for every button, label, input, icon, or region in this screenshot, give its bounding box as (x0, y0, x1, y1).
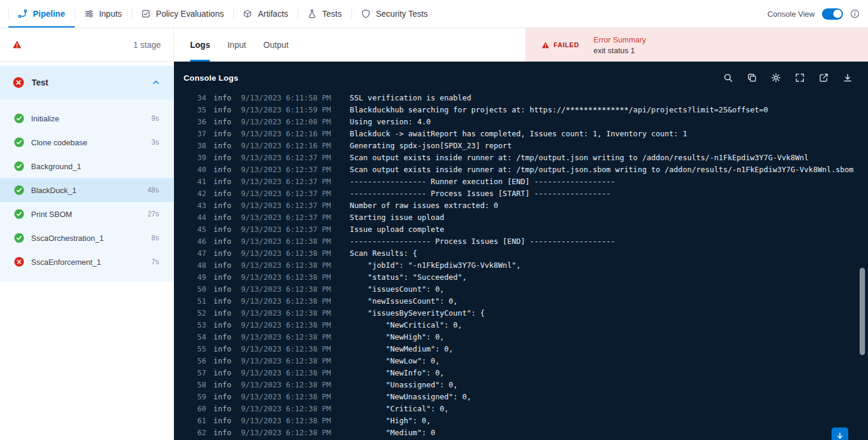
console-logs-panel: Console Logs (174, 62, 868, 440)
step-row[interactable]: SscaOrchestration_1 8s (0, 226, 173, 250)
log-message: "NewUnassigned": 0, (350, 391, 471, 403)
log-row: 48 info 9/13/2023 6:12:38 PM "jobId": "-… (192, 259, 868, 271)
log-tabs-row: Logs Input Output FAILED Error Summary e… (174, 28, 868, 62)
step-label: Initialize (31, 114, 59, 123)
log-row: 37 info 9/13/2023 6:12:16 PM Blackduck -… (192, 128, 868, 140)
step-row[interactable]: Initialize 9s (0, 106, 173, 130)
log-message: "High": 0, (350, 415, 430, 427)
warning-triangle-icon (542, 41, 549, 49)
download-icon[interactable] (843, 73, 852, 82)
step-row[interactable]: BlackDuck_1 48s (0, 178, 173, 202)
x-circle-icon (14, 257, 24, 267)
pipeline-icon (18, 9, 27, 19)
log-row: 52 info 9/13/2023 6:12:38 PM "issuesBySe… (192, 307, 868, 319)
log-level: info (213, 427, 234, 439)
log-message: "NewMedium": 0, (350, 343, 453, 355)
stage-group: Test Initialize 9s Clone codebase 3s (0, 66, 173, 282)
check-circle-icon (14, 114, 24, 123)
external-link-icon[interactable] (819, 73, 829, 82)
gear-icon[interactable] (771, 73, 781, 82)
log-timestamp: 9/13/2023 6:12:37 PM (241, 224, 344, 236)
log-message: Using version: 4.0 (350, 116, 430, 128)
log-row: 46 info 9/13/2023 6:12:38 PM -----------… (192, 236, 868, 248)
step-duration: 7s (151, 258, 159, 266)
check-circle-icon (14, 233, 24, 243)
log-row: 43 info 9/13/2023 6:12:37 PM Number of r… (192, 200, 868, 212)
nav-tab[interactable]: Pipeline (8, 0, 75, 28)
log-timestamp: 9/13/2023 6:12:38 PM (241, 343, 344, 355)
chevron-up-icon[interactable] (152, 78, 160, 87)
scrollbar-thumb[interactable] (860, 268, 865, 355)
log-message: Starting issue upload (350, 212, 444, 224)
console-view-label: Console View (768, 10, 815, 19)
step-duration: 27s (148, 210, 159, 218)
step-duration: 8s (151, 234, 159, 242)
log-timestamp: 9/13/2023 6:12:38 PM (241, 355, 344, 367)
log-timestamp: 9/13/2023 6:12:38 PM (241, 283, 344, 295)
log-level: info (213, 104, 234, 116)
log-line-number: 48 (192, 259, 206, 271)
log-tab[interactable]: Logs (190, 28, 210, 62)
step-label: SscaOrchestration_1 (31, 234, 103, 243)
policy-evaluations-icon (141, 9, 151, 19)
nav-tab[interactable]: Policy Evaluations (132, 0, 234, 28)
log-timestamp: 9/13/2023 6:12:37 PM (241, 188, 344, 200)
step-row[interactable]: SscaEnforcement_1 7s (0, 250, 173, 274)
log-line-number: 49 (192, 271, 206, 283)
log-level: info (213, 415, 234, 427)
copy-icon[interactable] (747, 73, 757, 82)
log-level: info (213, 355, 234, 367)
log-message: Blackduck -> awaitReport has completed, … (350, 128, 687, 140)
nav-tabs: Pipeline Inputs Policy Evaluations Artif… (8, 0, 438, 28)
stage-group-header[interactable]: Test (0, 66, 173, 99)
log-line-number: 43 (192, 200, 206, 212)
console-view-toggle[interactable] (822, 8, 843, 20)
log-row: 50 info 9/13/2023 6:12:38 PM "issuesCoun… (192, 283, 868, 295)
log-level: info (213, 188, 234, 200)
step-row[interactable]: Clone codebase 3s (0, 130, 173, 154)
console-header: Console Logs (174, 62, 868, 94)
search-icon[interactable] (723, 73, 733, 82)
log-level: info (213, 307, 234, 319)
nav-tab-label: Pipeline (33, 9, 65, 19)
log-message: "NewCritical": 0, (350, 319, 462, 331)
nav-tab[interactable]: Security Tests (352, 0, 438, 28)
nav-tab[interactable]: Tests (298, 0, 352, 28)
info-icon[interactable] (850, 9, 860, 19)
log-line-number: 35 (192, 104, 206, 116)
log-message: "issuesCount": 0, (350, 283, 444, 295)
log-level: info (213, 295, 234, 307)
log-line-number: 38 (192, 140, 206, 152)
log-row: 49 info 9/13/2023 6:12:38 PM "status": "… (192, 271, 868, 283)
log-tab[interactable]: Output (264, 28, 289, 62)
log-tab[interactable]: Input (227, 28, 246, 62)
log-line-number: 44 (192, 212, 206, 224)
log-line-number: 51 (192, 295, 206, 307)
log-row: 47 info 9/13/2023 6:12:38 PM Scan Result… (192, 248, 868, 259)
log-lines: 34 info 9/13/2023 6:11:58 PM SSL verific… (174, 94, 868, 439)
console-toolbar (723, 73, 852, 82)
log-timestamp: 9/13/2023 6:12:16 PM (241, 140, 344, 152)
nav-tab[interactable]: Artifacts (233, 0, 298, 28)
scroll-to-bottom-button[interactable] (832, 427, 848, 440)
failed-badge: FAILED (542, 41, 579, 49)
log-line-number: 47 (192, 248, 206, 259)
log-message: SSL verification is enabled (350, 94, 471, 104)
console-log-area[interactable]: 34 info 9/13/2023 6:11:58 PM SSL verific… (174, 94, 868, 440)
step-row[interactable]: Background_1 (0, 154, 173, 178)
error-summary-title: Error Summary (594, 35, 646, 44)
log-message: "NewInfo": 0, (350, 367, 444, 379)
log-row: 34 info 9/13/2023 6:11:58 PM SSL verific… (192, 94, 868, 104)
step-label: BlackDuck_1 (31, 186, 77, 195)
log-level: info (213, 271, 234, 283)
nav-tab[interactable]: Inputs (75, 0, 132, 28)
log-message: ----------------- Runner execution [END]… (350, 176, 615, 188)
fullscreen-icon[interactable] (795, 73, 805, 82)
log-timestamp: 9/13/2023 6:12:38 PM (241, 415, 344, 427)
step-row[interactable]: Print SBOM 27s (0, 202, 173, 226)
log-line-number: 57 (192, 367, 206, 379)
log-line-number: 46 (192, 236, 206, 248)
step-duration: 3s (151, 138, 159, 146)
log-timestamp: 9/13/2023 6:12:38 PM (241, 331, 344, 343)
log-row: 38 info 9/13/2023 6:12:16 PM Generating … (192, 140, 868, 152)
